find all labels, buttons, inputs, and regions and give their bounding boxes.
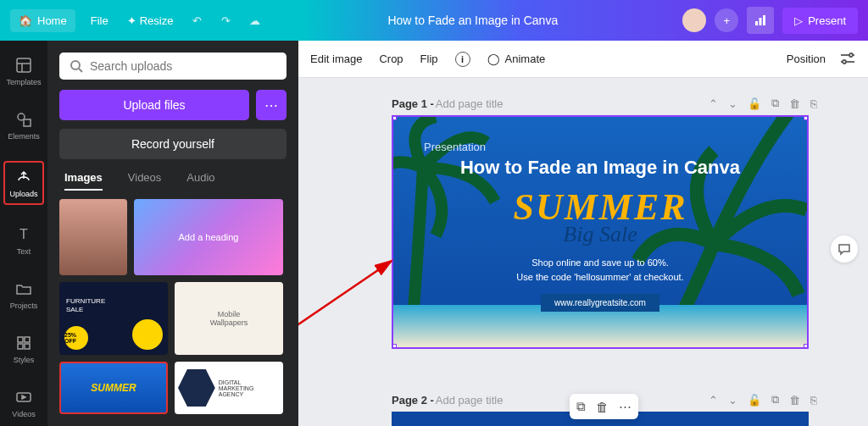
thumb-label: Add a heading [179, 232, 239, 242]
crop-button[interactable]: Crop [379, 53, 403, 65]
rail-uploads[interactable]: Uploads [3, 161, 44, 205]
move-up-icon[interactable]: ⌃ [709, 394, 718, 407]
tab-audio[interactable]: Audio [186, 171, 214, 191]
home-button[interactable]: 🏠 Home [10, 9, 75, 32]
context-toolbar: Edit image Crop Flip i ◯Animate Position [298, 41, 868, 78]
rail-styles[interactable]: Styles [3, 330, 44, 368]
svg-rect-0 [755, 21, 758, 25]
analytics-button[interactable] [747, 7, 774, 34]
edit-image-button[interactable]: Edit image [310, 53, 362, 65]
present-button[interactable]: ▷ Present [782, 8, 858, 34]
page-1-title-input[interactable]: Add page title [436, 97, 504, 110]
page-1-label: Page 1 - [392, 97, 434, 110]
bar-chart-icon [754, 14, 767, 27]
cloud-sync-icon: ☁ [246, 14, 263, 27]
page-1-header: Page 1 - Add page title ⌃ ⌄ 🔓 ⧉ 🗑 ⎘ [392, 97, 817, 110]
main-area: Templates Elements Uploads TText Project… [0, 41, 868, 426]
svg-rect-3 [17, 58, 31, 72]
avatar[interactable] [682, 8, 706, 32]
tab-videos[interactable]: Videos [128, 171, 162, 191]
page-2-title-input[interactable]: Add page title [436, 394, 504, 407]
transparency-icon[interactable] [839, 52, 856, 67]
thumbnail-furniture[interactable]: FURNITURESALE 25% OFF [59, 282, 168, 355]
thumbnail-summer[interactable]: SUMMER [59, 362, 168, 414]
presentation-label: Presentation [393, 141, 807, 153]
more-button[interactable]: ⋯ [619, 399, 632, 414]
svg-rect-2 [763, 15, 765, 25]
slide-content: Presentation How to Fade an Image in Can… [393, 141, 807, 312]
svg-point-15 [71, 61, 80, 69]
add-page-icon[interactable]: ⎘ [810, 97, 817, 110]
resize-handle-bl[interactable] [392, 344, 397, 349]
page-1-tools: ⌃ ⌄ 🔓 ⧉ 🗑 ⎘ [709, 97, 817, 110]
resize-handle-br[interactable] [804, 344, 809, 349]
duplicate-icon[interactable]: ⧉ [771, 97, 779, 110]
info-icon[interactable]: i [455, 52, 470, 67]
lock-icon[interactable]: 🔓 [748, 97, 761, 110]
upload-files-button[interactable]: Upload files [59, 90, 249, 120]
redo-icon[interactable]: ↷ [217, 14, 234, 27]
animate-icon: ◯ [487, 53, 500, 65]
resize-label: Resize [140, 14, 174, 27]
rail-videos[interactable]: Videos [3, 385, 44, 422]
templates-icon [14, 56, 33, 75]
move-down-icon[interactable]: ⌄ [728, 97, 737, 110]
flip-button[interactable]: Flip [420, 53, 438, 65]
resize-handle-tl[interactable] [392, 115, 397, 120]
folder-icon [14, 279, 33, 298]
tab-images[interactable]: Images [64, 171, 103, 191]
upload-more-button[interactable]: ⋯ [256, 90, 287, 120]
page-1-area: Page 1 - Add page title ⌃ ⌄ 🔓 ⧉ 🗑 ⎘ Pres… [298, 78, 868, 349]
duplicate-button[interactable]: ⧉ [576, 399, 586, 414]
delete-icon[interactable]: 🗑 [789, 97, 800, 110]
rail-projects[interactable]: Projects [3, 276, 44, 313]
rail-elements[interactable]: Elements [3, 107, 44, 144]
record-yourself-button[interactable]: Record yourself [59, 129, 287, 159]
elements-icon [14, 110, 33, 129]
svg-rect-10 [18, 344, 23, 349]
animate-button[interactable]: ◯Animate [487, 53, 546, 65]
lock-icon[interactable]: 🔓 [748, 394, 761, 407]
thumbnail-wallpapers[interactable]: MobileWallpapers [175, 282, 283, 355]
search-icon [70, 59, 83, 73]
thumbnail-portrait[interactable] [59, 199, 127, 275]
discount-badge: 25% OFF [64, 326, 88, 350]
delete-button[interactable]: 🗑 [596, 400, 609, 414]
svg-marker-13 [22, 396, 25, 399]
uploads-icon [14, 168, 33, 186]
top-bar: 🏠 Home File ✦ Resize ↶ ↷ ☁ How to Fade a… [0, 0, 868, 41]
move-up-icon[interactable]: ⌃ [709, 97, 718, 110]
resize-handle-tr[interactable] [804, 115, 809, 120]
slide-1[interactable]: Presentation How to Fade an Image in Can… [392, 115, 809, 349]
thumb-text: FURNITURESALE [66, 297, 105, 315]
resize-icon: ✦ [127, 14, 136, 27]
search-box[interactable] [59, 53, 287, 80]
comment-button[interactable] [831, 235, 858, 263]
thumbnail-gradient[interactable]: Add a heading [134, 199, 283, 275]
svg-line-16 [79, 69, 82, 72]
add-member-button[interactable]: + [715, 8, 738, 32]
big-sale-text: Big Sale [393, 222, 807, 247]
undo-icon[interactable]: ↶ [188, 14, 205, 27]
rail-text[interactable]: TText [3, 222, 44, 259]
search-input[interactable] [90, 59, 276, 73]
position-button[interactable]: Position [787, 53, 826, 65]
thumbnail-agency[interactable]: DIGITALMARKETING AGENCY [175, 362, 283, 414]
slide-title: How to Fade an Image in Canva [393, 157, 807, 179]
duplicate-icon[interactable]: ⧉ [771, 393, 779, 407]
rail-label: Styles [14, 356, 35, 364]
comment-icon [837, 242, 851, 256]
svg-rect-9 [25, 337, 30, 342]
upload-tabs: Images Videos Audio [59, 171, 287, 199]
rail-templates[interactable]: Templates [3, 53, 44, 90]
svg-rect-11 [25, 344, 30, 349]
document-title[interactable]: How to Fade an Image in Canva [263, 14, 682, 27]
file-menu[interactable]: File [87, 9, 112, 32]
svg-rect-7 [24, 119, 31, 126]
rail-label: Projects [10, 302, 38, 310]
add-page-icon[interactable]: ⎘ [810, 394, 817, 407]
delete-icon[interactable]: 🗑 [789, 394, 800, 407]
resize-menu[interactable]: ✦ Resize [124, 9, 177, 32]
move-down-icon[interactable]: ⌄ [728, 394, 737, 407]
svg-rect-8 [18, 337, 23, 342]
